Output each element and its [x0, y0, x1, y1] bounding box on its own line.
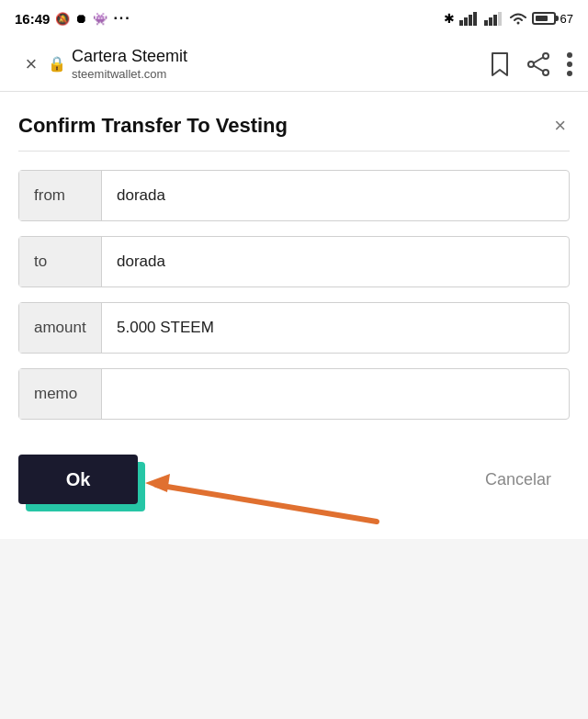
svg-line-11 — [534, 57, 543, 62]
from-field: from dorada — [18, 170, 570, 221]
svg-rect-6 — [493, 15, 497, 26]
to-label: to — [19, 237, 102, 286]
more-icon: ··· — [113, 10, 130, 27]
site-info: Cartera Steemit steemitwallet.com — [72, 47, 187, 81]
dialog: Confirm Transfer To Vesting × from dorad… — [0, 92, 588, 539]
main-content: Confirm Transfer To Vesting × from dorad… — [0, 92, 588, 719]
svg-marker-17 — [145, 474, 170, 492]
svg-point-15 — [567, 71, 572, 76]
battery-icon — [532, 12, 556, 25]
ok-button-wrapper: Ok — [18, 455, 138, 504]
svg-rect-3 — [473, 12, 477, 26]
site-url: steemitwallet.com — [72, 67, 187, 81]
silent-icon: 🔕 — [55, 12, 70, 26]
from-value: dorada — [102, 174, 569, 218]
site-title: Cartera Steemit — [72, 47, 187, 67]
status-icons: ✱ 67 — [444, 11, 573, 26]
svg-rect-7 — [498, 12, 502, 26]
amount-label: amount — [19, 303, 102, 353]
signal-icon-2 — [484, 11, 504, 26]
browser-left: × 🔒 Cartera Steemit steemitwallet.com — [15, 47, 187, 81]
browser-close-button[interactable]: × — [15, 48, 48, 81]
svg-rect-0 — [459, 20, 463, 26]
svg-point-8 — [543, 53, 548, 59]
share-icon[interactable] — [526, 52, 551, 76]
svg-point-10 — [528, 62, 534, 67]
svg-point-9 — [543, 70, 548, 75]
dialog-title: Confirm Transfer To Vesting — [18, 114, 288, 138]
wifi-icon — [509, 11, 527, 26]
bluetooth-icon: ✱ — [444, 11, 455, 26]
to-field: to dorada — [18, 236, 570, 287]
memo-label: memo — [19, 369, 102, 419]
bookmark-icon[interactable] — [489, 51, 511, 77]
status-time: 16:49 🔕 ⏺ 👾 ··· — [15, 10, 131, 27]
dialog-close-button[interactable]: × — [550, 110, 570, 141]
amount-field: amount 5.000 STEEM — [18, 302, 570, 354]
svg-point-13 — [567, 52, 572, 58]
time-display: 16:49 — [15, 11, 50, 27]
more-options-icon[interactable] — [566, 51, 573, 77]
activity-icon: ⏺ — [75, 12, 87, 26]
svg-rect-1 — [464, 17, 468, 26]
svg-line-16 — [156, 485, 377, 522]
cancel-button[interactable]: Cancelar — [467, 457, 570, 502]
dialog-header: Confirm Transfer To Vesting × — [18, 110, 570, 141]
svg-point-14 — [567, 62, 572, 67]
lock-icon: 🔒 — [48, 55, 66, 73]
discord-icon: 👾 — [93, 12, 107, 26]
memo-field: memo — [18, 368, 570, 420]
buttons-area: Ok Cancelar — [18, 447, 570, 511]
svg-rect-5 — [489, 17, 492, 26]
svg-rect-4 — [484, 20, 488, 26]
status-bar: 16:49 🔕 ⏺ 👾 ··· ✱ 6 — [0, 0, 588, 37]
signal-icon — [459, 11, 480, 26]
browser-chrome: × 🔒 Cartera Steemit steemitwallet.com — [0, 37, 588, 92]
ok-button[interactable]: Ok — [18, 455, 138, 504]
dialog-divider — [18, 151, 570, 152]
amount-value: 5.000 STEEM — [102, 306, 569, 350]
to-value: dorada — [102, 240, 569, 284]
battery-percent: 67 — [560, 12, 573, 26]
svg-line-12 — [534, 65, 543, 71]
arrow-icon — [129, 457, 386, 531]
from-label: from — [19, 171, 102, 220]
svg-rect-2 — [469, 15, 472, 26]
memo-value — [102, 381, 569, 407]
arrow-container — [138, 447, 467, 511]
browser-right — [489, 51, 573, 77]
